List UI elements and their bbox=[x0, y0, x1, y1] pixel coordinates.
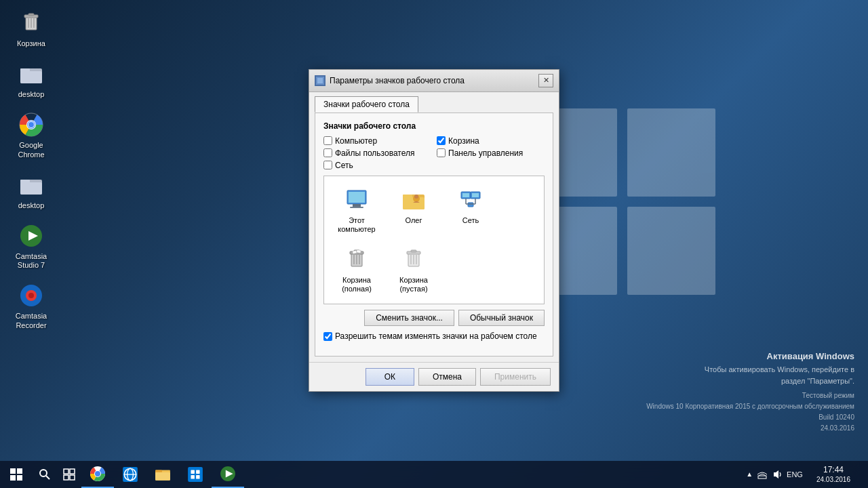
svg-rect-79 bbox=[196, 470, 199, 473]
dialog-close-button[interactable]: ✕ bbox=[538, 74, 553, 87]
search-taskbar-button[interactable] bbox=[33, 461, 57, 488]
checkbox-computer[interactable] bbox=[323, 136, 332, 145]
this-computer-graphic bbox=[343, 186, 370, 214]
taskbar-pin-explorer-net[interactable] bbox=[114, 461, 146, 488]
dialog-footer: ОК Отмена Применить bbox=[309, 362, 559, 391]
svg-rect-65 bbox=[64, 475, 68, 480]
volume-tray-icon[interactable] bbox=[772, 469, 783, 480]
taskbar-right: ▲ ENG 17:44 24.03.2016 bbox=[741, 464, 868, 485]
dialog-body: Значки рабочего стола Компьютер Корзина … bbox=[315, 113, 553, 357]
taskbar-pin-camtasia[interactable] bbox=[212, 461, 244, 488]
svg-rect-28 bbox=[350, 207, 363, 208]
checkbox-control-panel-row: Панель управления bbox=[437, 148, 545, 158]
network-tray-icon[interactable] bbox=[757, 469, 768, 480]
checkbox-network-row: Сеть bbox=[323, 161, 545, 170]
svg-rect-59 bbox=[10, 475, 16, 481]
svg-rect-53 bbox=[411, 250, 416, 252]
svg-rect-24 bbox=[317, 78, 323, 83]
dialog-titlebar[interactable]: Параметры значков рабочего стола ✕ bbox=[309, 70, 559, 92]
svg-rect-50 bbox=[357, 250, 361, 253]
clock-time: 17:44 bbox=[816, 464, 850, 476]
checkbox-user-files-label[interactable]: Файлы пользователя bbox=[335, 148, 414, 158]
svg-point-69 bbox=[95, 471, 100, 476]
checkbox-network[interactable] bbox=[323, 161, 332, 169]
oleg-label: Олег bbox=[406, 216, 422, 225]
desktop-icons-dialog: Параметры значков рабочего стола ✕ Значк… bbox=[309, 69, 559, 392]
svg-rect-64 bbox=[70, 469, 75, 474]
task-view-button[interactable] bbox=[57, 461, 81, 488]
svg-rect-38 bbox=[468, 203, 473, 207]
svg-rect-58 bbox=[17, 468, 22, 474]
start-button[interactable] bbox=[0, 461, 33, 488]
svg-rect-63 bbox=[64, 469, 68, 474]
svg-rect-77 bbox=[188, 467, 203, 482]
svg-rect-49 bbox=[353, 251, 357, 254]
svg-rect-57 bbox=[10, 468, 16, 474]
svg-rect-78 bbox=[191, 470, 194, 473]
icon-network[interactable]: Сеть bbox=[443, 182, 498, 239]
checkbox-recycle[interactable] bbox=[437, 136, 446, 145]
icon-oleg[interactable]: Олег bbox=[387, 182, 441, 239]
language-indicator[interactable]: ENG bbox=[787, 470, 803, 479]
svg-rect-81 bbox=[196, 475, 199, 479]
dialog-overlay: Параметры значков рабочего стола ✕ Значк… bbox=[0, 0, 868, 461]
checkbox-control-panel[interactable] bbox=[437, 148, 446, 157]
change-icon-button[interactable]: Сменить значок... bbox=[364, 310, 454, 326]
ok-button[interactable]: ОК bbox=[366, 368, 414, 386]
svg-rect-27 bbox=[353, 204, 361, 207]
checkbox-user-files[interactable] bbox=[323, 148, 332, 157]
tray-chevron[interactable]: ▲ bbox=[746, 470, 753, 478]
checkboxes-grid: Компьютер Корзина Файлы пользователя Пан… bbox=[323, 136, 545, 170]
taskbar-left bbox=[0, 461, 244, 488]
svg-rect-60 bbox=[17, 475, 22, 481]
default-icon-button[interactable]: Обычный значок bbox=[458, 310, 545, 326]
checkbox-computer-row: Компьютер bbox=[323, 136, 431, 146]
allow-themes-label[interactable]: Разрешить темам изменять значки на рабоч… bbox=[335, 331, 537, 341]
icon-recycle-empty[interactable]: Корзина (пустая) bbox=[387, 241, 441, 298]
checkbox-user-files-row: Файлы пользователя bbox=[323, 148, 431, 158]
svg-point-61 bbox=[40, 470, 47, 476]
svg-rect-26 bbox=[349, 192, 365, 203]
recycle-full-graphic bbox=[343, 246, 370, 273]
dialog-section-title: Значки рабочего стола bbox=[323, 121, 545, 131]
svg-line-62 bbox=[46, 476, 50, 479]
recycle-empty-label: Корзина (пустая) bbox=[390, 276, 437, 293]
icon-recycle-full[interactable]: Корзина (полная) bbox=[330, 241, 384, 298]
desktop: Корзина desktop bbox=[0, 0, 868, 488]
checkbox-control-panel-label[interactable]: Панель управления bbox=[448, 148, 523, 158]
taskbar-clock[interactable]: 17:44 24.03.2016 bbox=[811, 464, 856, 485]
allow-themes-checkbox[interactable] bbox=[323, 332, 332, 341]
taskbar-pin-chrome[interactable] bbox=[81, 461, 114, 488]
checkbox-network-label[interactable]: Сеть bbox=[335, 161, 353, 170]
svg-rect-80 bbox=[191, 475, 194, 479]
svg-rect-76 bbox=[155, 472, 170, 481]
this-computer-label: Этот компьютер bbox=[333, 216, 380, 234]
icon-this-computer[interactable]: Этот компьютер bbox=[330, 182, 384, 239]
checkbox-computer-label[interactable]: Компьютер bbox=[335, 136, 377, 146]
svg-point-33 bbox=[414, 195, 418, 199]
svg-marker-85 bbox=[774, 470, 778, 479]
dialog-title-text: Параметры значков рабочего стола bbox=[330, 76, 465, 85]
taskbar-pin-store[interactable] bbox=[179, 461, 212, 488]
action-buttons: Сменить значок... Обычный значок bbox=[323, 310, 545, 326]
checkbox-recycle-label[interactable]: Корзина bbox=[448, 136, 479, 146]
cancel-button[interactable]: Отмена bbox=[418, 368, 476, 386]
taskbar: ▲ ENG 17:44 24.03.2016 bbox=[0, 461, 868, 488]
dialog-title-icon bbox=[315, 75, 326, 86]
recycle-full-label: Корзина (полная) bbox=[333, 276, 380, 293]
recycle-empty-graphic bbox=[400, 246, 427, 273]
desktop-icons-grid: Этот компьютер bbox=[323, 176, 545, 305]
svg-rect-35 bbox=[462, 193, 469, 197]
svg-rect-84 bbox=[758, 476, 766, 479]
svg-rect-66 bbox=[70, 475, 75, 480]
taskbar-pinned-apps bbox=[81, 461, 244, 488]
taskbar-pin-file-explorer[interactable] bbox=[146, 461, 179, 488]
dialog-tabs: Значки рабочего стола bbox=[309, 92, 559, 113]
checkbox-recycle-row: Корзина bbox=[437, 136, 545, 146]
oleg-graphic bbox=[400, 186, 427, 214]
apply-button[interactable]: Применить bbox=[480, 368, 551, 386]
clock-date: 24.03.2016 bbox=[816, 475, 850, 485]
network-label: Сеть bbox=[462, 216, 479, 225]
svg-rect-37 bbox=[472, 193, 479, 197]
tab-desktop-icons[interactable]: Значки рабочего стола bbox=[315, 96, 418, 113]
